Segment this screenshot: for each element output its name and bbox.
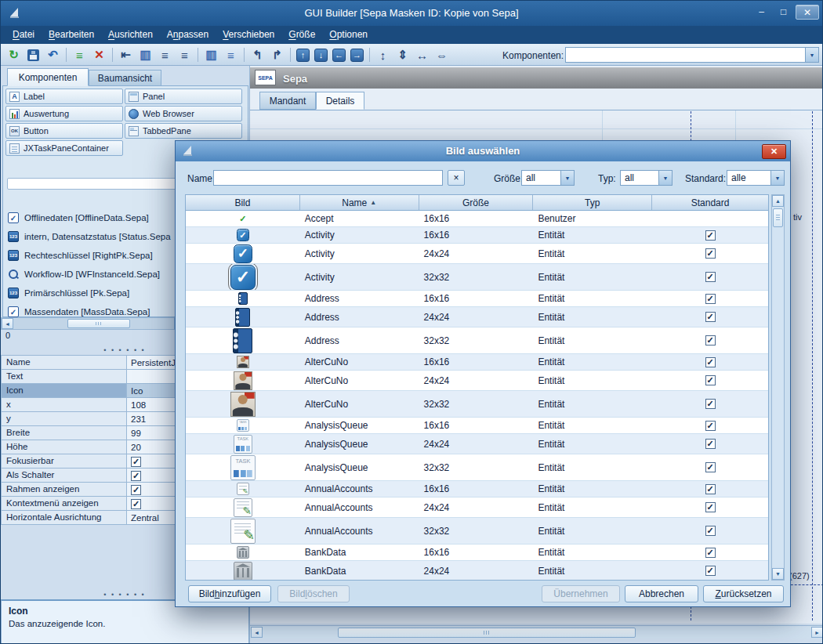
table-row[interactable]: AnnualAccounts32x32Entität✓ [186, 518, 768, 545]
chart-icon[interactable]: ▥ [136, 47, 154, 63]
table-row[interactable]: ✓Activity16x16Entität✓ [186, 227, 768, 244]
table-row[interactable]: AlterCuNo24x24Entität✓ [186, 371, 768, 391]
table-row[interactable]: Address16x16Entität✓ [186, 291, 768, 307]
zuruecksetzen-button[interactable]: Zurücksetzen [703, 585, 784, 602]
scroll-left-icon[interactable] [2, 318, 13, 329]
align-lines-right-icon[interactable]: ≡ [176, 47, 194, 63]
table-rows-icon[interactable]: ≡ [222, 47, 240, 63]
palette-label[interactable]: Label [5, 89, 123, 104]
column-header-standard[interactable]: Standard [652, 195, 768, 210]
property-row-horizontale-ausrichtung[interactable]: Horizontale AusrichtungZentral [2, 511, 187, 525]
property-row-rahmen-anzeigen[interactable]: Rahmen anzeigen✓ [2, 483, 187, 497]
fit-height-icon[interactable]: ⇕ [393, 47, 412, 63]
move-up-icon[interactable]: ↑ [296, 49, 310, 62]
table-row[interactable]: AnnualAccounts24x24Entität✓ [186, 497, 768, 518]
table-row[interactable]: AnalysisQueue24x24Entität✓ [186, 434, 768, 454]
table-row[interactable]: ✓Accept16x16Benutzer [186, 211, 768, 227]
tab-baumansicht[interactable]: Baumansicht [89, 70, 161, 86]
clear-filter-button[interactable]: × [448, 170, 465, 186]
column-header-bild[interactable]: Bild [186, 195, 300, 210]
field-list-hscrollbar[interactable] [1, 317, 187, 330]
property-row-y[interactable]: y231 [2, 412, 187, 426]
chevron-down-icon[interactable] [770, 171, 784, 185]
scrollbar-thumb[interactable] [773, 208, 783, 227]
menu-item-bearbeiten[interactable]: Bearbeiten [42, 26, 101, 44]
move-down-icon[interactable]: ↓ [314, 49, 328, 62]
move-right-icon[interactable]: → [350, 49, 364, 62]
abbrechen-button[interactable]: Abbrechen [625, 585, 698, 602]
checkbox-icon[interactable]: ✓ [131, 499, 141, 509]
chart-columns-icon[interactable]: ▥ [202, 47, 220, 63]
fit-width-icon[interactable]: ⇔ [433, 47, 451, 63]
scroll-left-icon[interactable] [251, 627, 263, 638]
column-header-name[interactable]: Name▲ [300, 195, 419, 210]
close-button[interactable]: ✕ [796, 5, 819, 20]
table-vscrollbar[interactable] [771, 194, 785, 581]
table-row[interactable]: Address32x32Entität✓ [186, 327, 768, 354]
equal-width-icon[interactable]: ↔ [413, 47, 431, 63]
palette-button[interactable]: Button [5, 123, 123, 139]
chevron-down-icon[interactable] [658, 171, 672, 185]
table-row[interactable]: AnalysisQueue32x32Entität✓ [186, 454, 768, 481]
menu-item-verschieben[interactable]: Verschieben [216, 26, 281, 44]
menu-item-anpassen[interactable]: Anpassen [160, 26, 216, 44]
scroll-right-icon[interactable] [811, 627, 823, 638]
splitter-grip[interactable] [93, 591, 156, 599]
minimize-button[interactable]: – [752, 5, 771, 20]
standard-filter-combobox[interactable]: alle [727, 170, 785, 186]
name-filter-input[interactable] [213, 170, 443, 186]
form-tab-details[interactable]: Details [316, 92, 364, 110]
canvas-hscrollbar[interactable] [250, 625, 823, 639]
scrollbar-thumb[interactable] [338, 628, 636, 638]
table-row[interactable]: Address24x24Entität✓ [186, 307, 768, 327]
chevron-down-icon[interactable] [805, 48, 818, 62]
menu-item-gr-e[interactable]: Größe [281, 26, 322, 44]
table-row[interactable]: BankData24x24Entität✓ [186, 561, 768, 580]
menu-item-datei[interactable]: Datei [5, 26, 42, 44]
property-row-als-schalter[interactable]: Als Schalter✓ [2, 469, 187, 483]
move-left-icon[interactable]: ← [332, 49, 346, 62]
align-lines-left-icon[interactable]: ≡ [156, 47, 174, 63]
column-header-gr-e[interactable]: Größe [419, 195, 534, 210]
checkbox-icon[interactable]: ✓ [131, 485, 141, 495]
equal-height-icon[interactable]: ↕ [374, 47, 392, 63]
maximize-button[interactable]: □ [774, 5, 793, 20]
property-row-text[interactable]: Text [2, 370, 187, 384]
size-filter-combobox[interactable]: all [521, 170, 575, 186]
property-row-h-he[interactable]: Höhe20 [2, 440, 187, 454]
palette-web-browser[interactable]: Web Browser [125, 106, 242, 121]
palette-panel[interactable]: Panel [125, 89, 242, 104]
table-row[interactable]: AlterCuNo16x16Entität✓ [186, 354, 768, 371]
property-row-icon[interactable]: IconIco [2, 384, 187, 398]
table-row[interactable]: AnnualAccounts16x16Entität✓ [186, 481, 768, 497]
table-row[interactable]: BankData16x16Entität✓ [186, 545, 768, 561]
bild-hinzufuegen-button[interactable]: Bild hinzufügen [188, 585, 271, 602]
tab-komponenten[interactable]: Komponenten [7, 68, 89, 86]
table-row[interactable]: ✓Activity32x32Entität✓ [186, 264, 768, 291]
komponenten-combobox[interactable] [565, 47, 819, 63]
table-row[interactable]: AlterCuNo32x32Entität✓ [186, 391, 768, 418]
menu-item-optionen[interactable]: Optionen [322, 26, 375, 44]
save-icon[interactable] [24, 47, 42, 63]
palette-auswertung[interactable]: Auswertung [5, 106, 123, 121]
splitter-grip[interactable] [93, 346, 156, 354]
table-row[interactable]: AnalysisQueue16x16Entität✓ [186, 418, 768, 434]
scroll-down-icon[interactable] [772, 568, 784, 580]
table-row[interactable]: ✓Activity24x24Entität✓ [186, 244, 768, 264]
insert-left-icon[interactable]: ↰ [248, 47, 266, 63]
insert-right-icon[interactable]: ↱ [268, 47, 286, 63]
column-header-typ[interactable]: Typ [533, 195, 652, 210]
scroll-up-icon[interactable] [772, 195, 784, 207]
checkbox-icon[interactable]: ✓ [131, 471, 141, 481]
type-filter-combobox[interactable]: all [620, 170, 673, 186]
dialog-close-button[interactable]: ✕ [762, 144, 786, 159]
align-left-edge-icon[interactable]: ⇤ [117, 47, 135, 63]
refresh-icon[interactable]: ↻ [5, 47, 23, 63]
property-row-name[interactable]: NamePersistentJ [2, 356, 187, 370]
property-row-x[interactable]: x108 [2, 398, 187, 412]
delete-chart-icon[interactable]: ✕ [90, 47, 108, 63]
menu-item-ausrichten[interactable]: Ausrichten [101, 26, 160, 44]
form-tab-mandant[interactable]: Mandant [259, 92, 316, 110]
chevron-down-icon[interactable] [560, 171, 574, 185]
palette-tabbedpane[interactable]: TabbedPane [125, 123, 242, 139]
